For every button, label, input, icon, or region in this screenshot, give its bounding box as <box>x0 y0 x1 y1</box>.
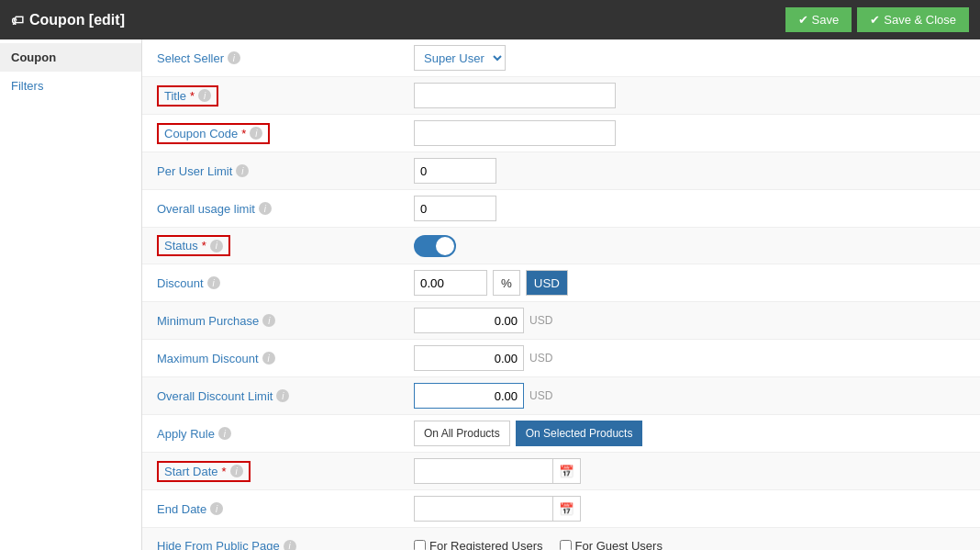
apply-all-products-button[interactable]: On All Products <box>414 421 510 446</box>
start-date-help-icon[interactable]: i <box>230 465 243 477</box>
per-user-limit-help-icon[interactable]: i <box>236 164 249 177</box>
minimum-purchase-input[interactable] <box>414 308 524 333</box>
start-date-required-star: * <box>222 465 227 478</box>
end-date-input[interactable] <box>415 497 552 521</box>
overall-usage-limit-help-icon[interactable]: i <box>259 202 272 215</box>
start-date-row: Start Date * i 📅 <box>142 453 980 490</box>
per-user-limit-label: Per User Limit i <box>157 164 414 178</box>
page-header: 🏷 Coupon [edit] ✔ Save ✔ Save & Close <box>0 0 980 39</box>
coupon-code-label-wrapper: Coupon Code * i <box>157 123 414 144</box>
status-value <box>414 235 965 257</box>
discount-row: Discount i % USD <box>142 264 980 302</box>
per-user-limit-row: Per User Limit i <box>142 152 980 190</box>
per-user-limit-value <box>414 158 965 184</box>
maximum-discount-currency: USD <box>529 352 552 365</box>
title-help-icon[interactable]: i <box>198 89 211 102</box>
calendar-icon: 📅 <box>559 465 574 478</box>
apply-rule-label: Apply Rule i <box>157 427 414 441</box>
status-row: Status * i <box>142 228 980 264</box>
sidebar-item-coupon[interactable]: Coupon <box>0 43 141 72</box>
guest-users-checkbox[interactable] <box>560 540 572 550</box>
hide-from-public-label: Hide From Public Page i <box>157 539 414 550</box>
overall-discount-limit-input[interactable] <box>414 383 524 409</box>
apply-rule-row: Apply Rule i On All Products On Selected… <box>142 415 980 453</box>
sidebar-item-filters[interactable]: Filters <box>0 72 141 100</box>
maximum-discount-label: Maximum Discount i <box>157 352 414 365</box>
select-seller-row: Select Seller i Super User <box>142 39 980 77</box>
save-checkmark-icon: ✔ <box>798 13 808 27</box>
apply-rule-value: On All Products On Selected Products <box>414 421 965 446</box>
end-date-row: End Date i 📅 <box>142 490 980 528</box>
coupon-icon: 🏷 <box>11 13 24 28</box>
discount-input[interactable] <box>414 270 487 296</box>
end-date-value: 📅 <box>414 496 965 522</box>
title-input[interactable] <box>414 83 616 108</box>
start-date-calendar-button[interactable]: 📅 <box>552 459 580 483</box>
guest-users-checkbox-group: For Guest Users <box>560 539 663 550</box>
maximum-discount-help-icon[interactable]: i <box>262 352 275 365</box>
maximum-discount-row: Maximum Discount i USD <box>142 340 980 377</box>
end-calendar-icon: 📅 <box>559 502 574 516</box>
start-date-value: 📅 <box>414 458 965 484</box>
coupon-code-row: Coupon Code * i <box>142 115 980 152</box>
select-seller-help-icon[interactable]: i <box>228 51 240 64</box>
start-date-input[interactable] <box>415 459 552 483</box>
overall-discount-limit-row: Overall Discount Limit i USD <box>142 377 980 415</box>
discount-label: Discount i <box>157 276 414 290</box>
per-user-limit-input[interactable] <box>414 158 496 184</box>
status-required-star: * <box>202 239 206 253</box>
apply-selected-products-button[interactable]: On Selected Products <box>516 421 643 446</box>
hide-from-public-help-icon[interactable]: i <box>284 540 296 551</box>
discount-help-icon[interactable]: i <box>207 276 220 289</box>
registered-users-label: For Registered Users <box>429 539 543 550</box>
coupon-code-help-icon[interactable]: i <box>250 127 262 140</box>
registered-users-checkbox[interactable] <box>414 540 426 550</box>
overall-discount-limit-label: Overall Discount Limit i <box>157 389 414 403</box>
overall-discount-limit-value: USD <box>414 383 965 409</box>
form-content: Select Seller i Super User Title * i <box>142 39 980 550</box>
save-button[interactable]: ✔ Save <box>785 7 852 32</box>
minimum-purchase-currency: USD <box>529 314 552 327</box>
minimum-purchase-value: USD <box>414 308 965 333</box>
guest-users-label: For Guest Users <box>575 539 663 550</box>
status-label-wrapper: Status * i <box>157 235 414 256</box>
maximum-discount-value: USD <box>414 345 965 371</box>
title-row: Title * i <box>142 77 980 115</box>
end-date-help-icon[interactable]: i <box>210 502 223 515</box>
start-date-wrapper: 📅 <box>414 458 581 484</box>
maximum-discount-input[interactable] <box>414 345 524 371</box>
overall-usage-limit-label: Overall usage limit i <box>157 202 414 216</box>
apply-rule-help-icon[interactable]: i <box>218 427 231 440</box>
title-value <box>414 83 965 108</box>
usd-button[interactable]: USD <box>526 270 568 296</box>
minimum-purchase-label: Minimum Purchase i <box>157 314 414 328</box>
coupon-code-value <box>414 120 965 146</box>
overall-discount-limit-help-icon[interactable]: i <box>276 389 289 402</box>
percent-button[interactable]: % <box>493 270 520 296</box>
end-date-wrapper: 📅 <box>414 496 581 522</box>
sidebar: Coupon Filters <box>0 39 142 550</box>
end-date-calendar-button[interactable]: 📅 <box>552 497 580 521</box>
page-title: 🏷 Coupon [edit] <box>11 12 125 28</box>
save-close-button[interactable]: ✔ Save & Close <box>857 7 969 32</box>
main-layout: Coupon Filters Select Seller i Super Use… <box>0 39 980 550</box>
hide-from-public-row: Hide From Public Page i For Registered U… <box>142 528 980 550</box>
overall-usage-limit-row: Overall usage limit i <box>142 190 980 228</box>
select-seller-dropdown[interactable]: Super User <box>414 45 506 71</box>
coupon-code-required-box: Coupon Code * i <box>157 123 270 144</box>
start-date-label-wrapper: Start Date * i <box>157 461 414 482</box>
save-close-checkmark-icon: ✔ <box>870 13 880 27</box>
discount-value: % USD <box>414 270 965 296</box>
start-date-required-box: Start Date * i <box>157 461 251 482</box>
select-seller-label: Select Seller i <box>157 51 414 65</box>
overall-usage-limit-value <box>414 196 965 221</box>
registered-users-checkbox-group: For Registered Users <box>414 539 543 550</box>
status-required-box: Status * i <box>157 235 230 256</box>
status-help-icon[interactable]: i <box>210 240 223 253</box>
title-required-box: Title * i <box>157 85 218 107</box>
minimum-purchase-help-icon[interactable]: i <box>262 314 275 327</box>
coupon-code-input[interactable] <box>414 120 616 146</box>
hide-from-public-value: For Registered Users For Guest Users <box>414 539 965 550</box>
status-toggle[interactable] <box>414 235 456 257</box>
overall-usage-limit-input[interactable] <box>414 196 496 221</box>
